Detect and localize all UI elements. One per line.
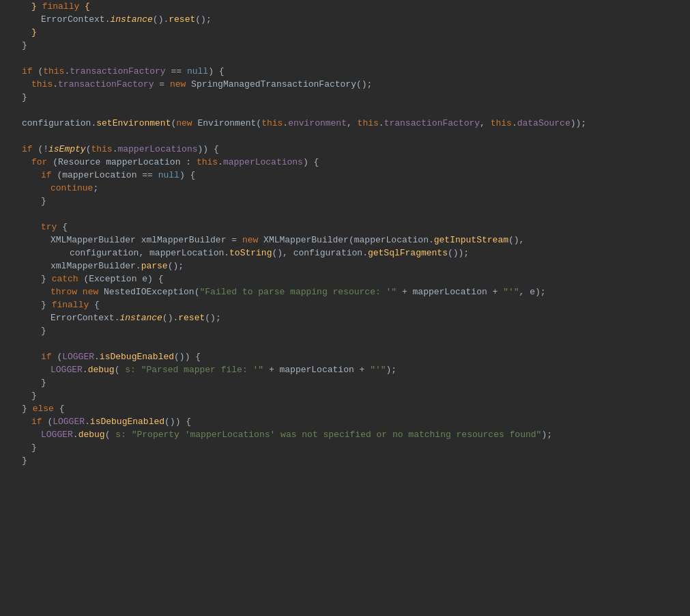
code-line: }	[0, 324, 690, 337]
code-line: if (mapperLocation == null) {	[0, 169, 690, 182]
line-content: }	[5, 26, 690, 39]
line-content	[5, 337, 690, 350]
code-line: } else {	[0, 402, 690, 415]
code-line: if (!isEmpty(this.mapperLocations)) {	[0, 143, 690, 156]
line-content: throw new NestedIOException("Failed to p…	[5, 285, 690, 298]
code-line	[0, 208, 690, 221]
code-line: }	[0, 91, 690, 104]
code-line	[0, 337, 690, 350]
line-content: continue;	[5, 182, 690, 195]
line-content: configuration, mapperLocation.toString()…	[5, 247, 690, 260]
line-content: if (this.transactionFactory == null) {	[5, 65, 690, 78]
line-content: this.transactionFactory = new SpringMana…	[5, 78, 690, 91]
line-content: }	[5, 91, 690, 104]
code-line: ErrorContext.instance().reset();	[0, 13, 690, 26]
code-line: for (Resource mapperLocation : this.mapp…	[0, 156, 690, 169]
line-content: if (LOGGER.isDebugEnabled()) {	[5, 415, 690, 428]
code-line: configuration.setEnvironment(new Environ…	[0, 117, 690, 130]
line-content: } finally {	[5, 298, 690, 311]
code-line: } catch (Exception e) {	[0, 272, 690, 285]
code-line: this.transactionFactory = new SpringMana…	[0, 78, 690, 91]
code-line: XMLMapperBuilder xmlMapperBuilder = new …	[0, 234, 690, 247]
line-content: ErrorContext.instance().reset();	[5, 311, 690, 324]
line-content: LOGGER.debug( s: "Parsed mapper file: '"…	[5, 363, 690, 376]
code-line: } finally {	[0, 0, 690, 13]
code-line: }	[0, 376, 690, 389]
line-content: LOGGER.debug( s: "Property 'mapperLocati…	[5, 428, 690, 441]
code-line: continue;	[0, 182, 690, 195]
line-content: ErrorContext.instance().reset();	[5, 13, 690, 26]
code-line: if (LOGGER.isDebugEnabled()) {	[0, 415, 690, 428]
line-content: } catch (Exception e) {	[5, 272, 690, 285]
code-line: if (LOGGER.isDebugEnabled()) {	[0, 350, 690, 363]
line-content: }	[5, 324, 690, 337]
line-content	[5, 130, 690, 143]
line-content: if (mapperLocation == null) {	[5, 169, 690, 182]
code-line	[0, 130, 690, 143]
code-line: if (this.transactionFactory == null) {	[0, 65, 690, 78]
code-line: }	[0, 454, 690, 467]
line-content: }	[5, 39, 690, 52]
code-line: ErrorContext.instance().reset();	[0, 311, 690, 324]
line-content: }	[5, 195, 690, 208]
code-line: try {	[0, 221, 690, 234]
line-content: }	[5, 389, 690, 402]
line-content: if (!isEmpty(this.mapperLocations)) {	[5, 143, 690, 156]
line-content: }	[5, 454, 690, 467]
code-line: }	[0, 441, 690, 454]
line-content	[5, 208, 690, 221]
line-content	[5, 52, 690, 65]
code-line: configuration, mapperLocation.toString()…	[0, 247, 690, 260]
line-content: xmlMapperBuilder.parse();	[5, 260, 690, 272]
code-line: xmlMapperBuilder.parse();	[0, 260, 690, 272]
code-line: }	[0, 389, 690, 402]
code-line: } finally {	[0, 298, 690, 311]
code-line: }	[0, 195, 690, 208]
code-line: throw new NestedIOException("Failed to p…	[0, 285, 690, 298]
line-content: for (Resource mapperLocation : this.mapp…	[5, 156, 690, 169]
code-line	[0, 104, 690, 117]
code-line: }	[0, 26, 690, 39]
code-editor: } finally { ErrorContext.instance().rese…	[0, 0, 690, 616]
code-line: LOGGER.debug( s: "Property 'mapperLocati…	[0, 428, 690, 441]
line-content: if (LOGGER.isDebugEnabled()) {	[5, 350, 690, 363]
line-content	[5, 104, 690, 117]
line-content: XMLMapperBuilder xmlMapperBuilder = new …	[5, 234, 690, 247]
code-line	[0, 52, 690, 65]
line-content: }	[5, 441, 690, 454]
line-content: try {	[5, 221, 690, 234]
line-content: } else {	[5, 402, 690, 415]
line-content: } finally {	[5, 0, 690, 13]
code-line: }	[0, 39, 690, 52]
line-content: }	[5, 376, 690, 389]
code-line: LOGGER.debug( s: "Parsed mapper file: '"…	[0, 363, 690, 376]
line-content: configuration.setEnvironment(new Environ…	[5, 117, 690, 130]
